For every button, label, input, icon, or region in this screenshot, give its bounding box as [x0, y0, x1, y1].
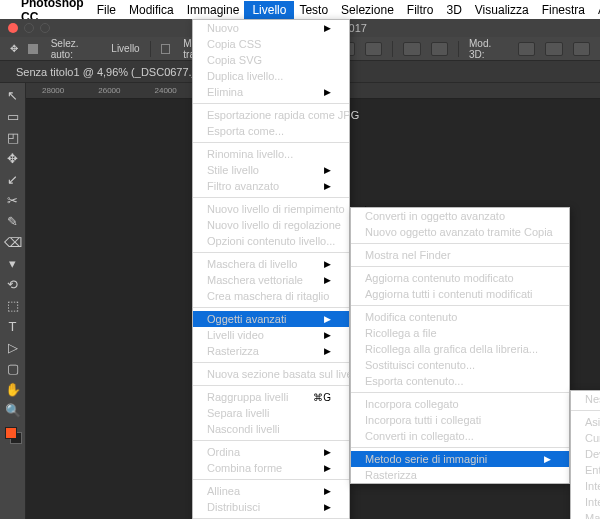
- maximize-icon[interactable]: [40, 23, 50, 33]
- menu-visualizza[interactable]: Visualizza: [475, 3, 529, 17]
- menu-item[interactable]: Ricollega a file: [351, 325, 569, 341]
- hand-tool[interactable]: ✋: [2, 379, 24, 399]
- menu-item-label: Intervallo: [585, 496, 600, 508]
- menu-item[interactable]: Asimmetria: [571, 414, 600, 430]
- align-icon[interactable]: [365, 42, 382, 56]
- shape-tool[interactable]: ▢: [2, 358, 24, 378]
- menu-testo[interactable]: Testo: [299, 3, 328, 17]
- menu-item[interactable]: Raggruppa livelli⌘G: [193, 389, 349, 405]
- traffic-lights: [8, 23, 50, 33]
- menu-item[interactable]: Copia SVG: [193, 52, 349, 68]
- menu-item[interactable]: Stile livello▶: [193, 162, 349, 178]
- distribute-icon[interactable]: [431, 42, 448, 56]
- menu-item[interactable]: Curtosi: [571, 430, 600, 446]
- menu-item[interactable]: Esporta contenuto...: [351, 373, 569, 389]
- foreground-swatch[interactable]: [5, 427, 17, 439]
- menu-item[interactable]: Ricollega alla grafica della libreria...: [351, 341, 569, 357]
- menu-item: Separa livelli: [193, 405, 349, 421]
- color-swatches[interactable]: [5, 427, 21, 443]
- submenu-arrow-icon: ▶: [324, 314, 331, 324]
- menu-item[interactable]: Duplica livello...: [193, 68, 349, 84]
- menu-item[interactable]: Deviazione standard: [571, 446, 600, 462]
- 3d-icon[interactable]: [518, 42, 535, 56]
- menu-item[interactable]: Nuovo oggetto avanzato tramite Copia: [351, 224, 569, 240]
- menu-item[interactable]: Rasterizza▶: [193, 343, 349, 359]
- 3d-icon[interactable]: [545, 42, 562, 56]
- auto-select-checkbox[interactable]: [28, 44, 38, 54]
- distribute-icon[interactable]: [403, 42, 420, 56]
- menu-item[interactable]: Metodo serie di immagini▶: [351, 451, 569, 467]
- menu-item[interactable]: Converti in oggetto avanzato: [351, 208, 569, 224]
- menu-selezione[interactable]: Selezione: [341, 3, 394, 17]
- menu-separator: [193, 197, 349, 198]
- menu-item: Distribuisci▶: [193, 499, 349, 515]
- submenu-arrow-icon: ▶: [324, 259, 331, 269]
- menu-item[interactable]: Maschera vettoriale▶: [193, 272, 349, 288]
- healing-tool[interactable]: ✂: [2, 190, 24, 210]
- menu-item[interactable]: Nuovo livello di riempimento▶: [193, 201, 349, 217]
- dodge-tool[interactable]: ⬚: [2, 295, 24, 315]
- eraser-tool[interactable]: ▾: [2, 253, 24, 273]
- submenu-arrow-icon: ▶: [324, 447, 331, 457]
- brush-tool[interactable]: ✎: [2, 211, 24, 231]
- toolbox: ↖ ▭ ◰ ✥ ↙ ✂ ✎ ⌫ ▾ ⟲ ⬚ T ▷ ▢ ✋ 🔍: [0, 83, 26, 519]
- menu-item[interactable]: Entropia: [571, 462, 600, 478]
- menu-item-label: Elimina: [207, 86, 243, 98]
- crop-tool[interactable]: ✥: [2, 148, 24, 168]
- menu-item-label: Opzioni contenuto livello...: [207, 235, 335, 247]
- menu-finestra[interactable]: Finestra: [542, 3, 585, 17]
- menu-item[interactable]: Nascondi livelli: [193, 421, 349, 437]
- menu-item[interactable]: Modifica contenuto: [351, 309, 569, 325]
- menu-item[interactable]: Copia CSS: [193, 36, 349, 52]
- lasso-tool[interactable]: ◰: [2, 127, 24, 147]
- menu-separator: [351, 392, 569, 393]
- menu-filtro[interactable]: Filtro: [407, 3, 434, 17]
- menu-3d[interactable]: 3D: [446, 3, 461, 17]
- menu-item[interactable]: Esporta come...: [193, 123, 349, 139]
- menu-item[interactable]: Livelli video▶: [193, 327, 349, 343]
- gradient-tool[interactable]: ⟲: [2, 274, 24, 294]
- type-tool[interactable]: T: [2, 316, 24, 336]
- auto-select-label: Selez. auto:: [51, 38, 102, 60]
- layer-dropdown[interactable]: Livello: [111, 43, 139, 54]
- menu-immagine[interactable]: Immagine: [187, 3, 240, 17]
- menu-item[interactable]: Maschera di livello▶: [193, 256, 349, 272]
- menu-item[interactable]: Massimo: [571, 510, 600, 519]
- menu-item-label: Nessuno: [585, 393, 600, 405]
- close-icon[interactable]: [8, 23, 18, 33]
- oggetti-avanzati-submenu: Converti in oggetto avanzatoNuovo oggett…: [350, 207, 570, 484]
- metodo-serie-submenu: NessunoAsimmetriaCurtosiDeviazione stand…: [570, 390, 600, 519]
- menu-item[interactable]: Intermedio: [571, 478, 600, 494]
- menu-item[interactable]: Nuova sezione basata sul livello: [193, 366, 349, 382]
- menu-item[interactable]: Converti in collegato...: [351, 428, 569, 444]
- 3d-icon[interactable]: [573, 42, 590, 56]
- menu-file[interactable]: File: [97, 3, 116, 17]
- menu-item[interactable]: Oggetti avanzati▶: [193, 311, 349, 327]
- menu-item[interactable]: Sostituisci contenuto...: [351, 357, 569, 373]
- zoom-tool[interactable]: 🔍: [2, 400, 24, 420]
- menu-item[interactable]: Rasterizza: [351, 467, 569, 483]
- move-tool[interactable]: ↖: [2, 85, 24, 105]
- menu-item[interactable]: Esportazione rapida come JPG: [193, 107, 349, 123]
- pen-tool[interactable]: ▷: [2, 337, 24, 357]
- menu-item[interactable]: Nuovo▶: [193, 20, 349, 36]
- menu-item-label: Ricollega alla grafica della libreria...: [365, 343, 538, 355]
- menu-modifica[interactable]: Modifica: [129, 3, 174, 17]
- show-transform-checkbox[interactable]: [161, 44, 171, 54]
- mod-3d-label: Mod. 3D:: [469, 38, 508, 60]
- eyedropper-tool[interactable]: ↙: [2, 169, 24, 189]
- menu-item-label: Livelli video: [207, 329, 264, 341]
- submenu-arrow-icon: ▶: [324, 346, 331, 356]
- menu-item: Allinea▶: [193, 483, 349, 499]
- menu-livello[interactable]: Livello: [244, 1, 294, 19]
- minimize-icon[interactable]: [24, 23, 34, 33]
- menu-item[interactable]: Rinomina livello...: [193, 146, 349, 162]
- menu-item-label: Copia CSS: [207, 38, 261, 50]
- separator: [150, 41, 151, 57]
- shortcut: ⌘G: [313, 392, 331, 403]
- menu-separator: [193, 142, 349, 143]
- stamp-tool[interactable]: ⌫: [2, 232, 24, 252]
- menu-item[interactable]: Intervallo: [571, 494, 600, 510]
- marquee-tool[interactable]: ▭: [2, 106, 24, 126]
- menu-item[interactable]: Nuovo livello di regolazione▶: [193, 217, 349, 233]
